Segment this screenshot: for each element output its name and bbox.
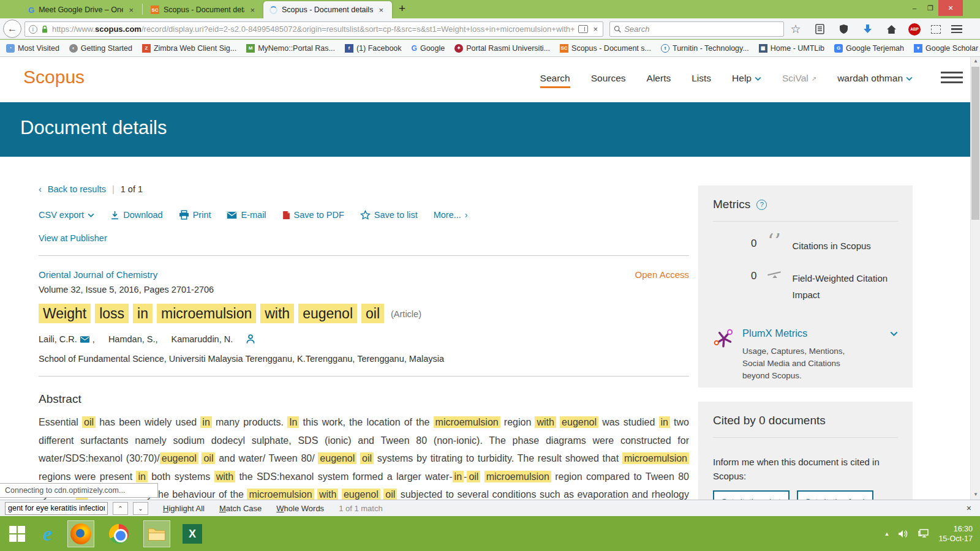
most-visited-icon: ◔ — [6, 44, 15, 53]
tray-hidden-icons-arrow[interactable]: ▲ — [884, 531, 889, 537]
taskbar-file-explorer[interactable] — [143, 520, 170, 547]
scroll-up-arrow[interactable]: ▲ — [971, 58, 980, 64]
help-icon[interactable]: ? — [756, 200, 767, 210]
plumx-section[interactable]: PlumX Metrics Usage, Captures, Mentions,… — [713, 328, 898, 382]
set-citation-feed-button[interactable]: Set citation feed — [797, 490, 873, 500]
scroll-down-arrow[interactable]: ▼ — [971, 492, 980, 497]
url-text: https://www.scopus.com/record/display.ur… — [52, 24, 575, 34]
author-link[interactable]: Hamdan, S., — [108, 334, 158, 344]
search-box[interactable] — [609, 21, 784, 37]
more-button[interactable]: More...› — [434, 210, 468, 220]
restore-button[interactable]: ❐ — [922, 0, 938, 16]
bookmark-most-visited[interactable]: ◔Most Visited — [6, 44, 59, 53]
url-bar[interactable]: i https://www.scopus.com/record/display.… — [24, 21, 603, 37]
browser-menu-icon[interactable] — [951, 25, 962, 34]
tab-scopus-active[interactable]: Scopus - Document details × — [263, 1, 392, 18]
nav-scival[interactable]: SciVal↗ — [782, 73, 816, 84]
find-close-icon[interactable]: × — [967, 503, 975, 513]
taskbar-firefox[interactable] — [67, 520, 94, 547]
nav-search[interactable]: Search — [540, 73, 570, 88]
scopus-logo[interactable]: Scopus — [23, 67, 85, 88]
tab-google-drive[interactable]: G Meet Google Drive – One pla × — [22, 1, 140, 18]
bookmark-google-terjemah[interactable]: GGoogle Terjemah — [834, 44, 904, 53]
back-button[interactable]: ← — [3, 20, 21, 38]
bookmark-zimbra[interactable]: ZZimbra Web Client Sig... — [142, 44, 236, 53]
tab-scopus-1[interactable]: SC Scopus - Document details × — [145, 1, 261, 18]
match-case-toggle[interactable]: Match Case — [219, 504, 262, 513]
scopus-favicon: SC — [151, 6, 159, 14]
zimbra-icon: Z — [142, 44, 151, 53]
bookmark-facebook[interactable]: f(1) Facebook — [345, 44, 402, 53]
nav-sources[interactable]: Sources — [591, 73, 626, 84]
author-search-icon[interactable] — [246, 334, 255, 344]
document-title: Weightlossinmicroemulsionwitheugenoloil … — [39, 305, 689, 322]
csv-export-button[interactable]: CSV export — [39, 210, 94, 220]
taskbar-excel[interactable]: X — [179, 520, 206, 547]
plumx-description: Usage, Captures, Mentions, Social Media … — [742, 345, 865, 382]
save-to-list-button[interactable]: Save to list — [360, 210, 418, 220]
scrollbar-thumb[interactable] — [971, 67, 979, 220]
journal-link[interactable]: Oriental Journal of Chemistry — [39, 269, 157, 280]
search-input[interactable] — [624, 24, 780, 34]
author-link[interactable]: Kamaruddin, N. — [171, 334, 233, 344]
volume-icon[interactable] — [898, 529, 909, 539]
back-to-results-link[interactable]: Back to results — [48, 184, 106, 194]
bookmark-google-scholar[interactable]: ▾Google Scholar — [914, 44, 978, 53]
bookmark-getting-started[interactable]: ◐Getting Started — [69, 44, 132, 53]
plumx-title[interactable]: PlumX Metrics — [742, 328, 807, 339]
downloads-icon[interactable] — [861, 23, 874, 36]
print-button[interactable]: Print — [179, 210, 211, 220]
author-link[interactable]: Laili, C.R. — [39, 334, 77, 344]
clock[interactable]: 16:30 15-Oct-17 — [938, 524, 973, 544]
view-at-publisher-link[interactable]: View at Publisher — [39, 233, 107, 243]
whole-words-toggle[interactable]: Whole Words — [276, 504, 324, 513]
stop-load-icon[interactable]: × — [592, 24, 599, 34]
reader-mode-icon[interactable] — [578, 25, 588, 33]
taskbar-internet-explorer[interactable]: e — [34, 520, 61, 547]
bookmark-star-icon[interactable]: ☆ — [789, 23, 802, 36]
tab-close-icon[interactable]: × — [249, 6, 256, 15]
screenshot-tool-icon[interactable] — [931, 25, 941, 34]
highlight-all-toggle[interactable]: Highlight All — [163, 504, 205, 513]
inform-text: Inform me when this document is cited in… — [713, 455, 903, 483]
page-info-icon[interactable]: i — [29, 25, 37, 34]
email-button[interactable]: E-mail — [227, 210, 266, 220]
bookmark-portal-rasmi[interactable]: ✦Portal Rasmi Universiti... — [454, 44, 550, 53]
find-previous-button[interactable]: ⌃ — [113, 502, 128, 515]
result-position: 1 of 1 — [121, 184, 143, 194]
shield-icon[interactable] — [837, 23, 850, 36]
nav-help[interactable]: Help — [732, 73, 761, 84]
nav-user-menu[interactable]: wardah othman — [837, 73, 913, 84]
bookmark-umtlib[interactable]: ▦Home - UMTLib — [759, 44, 824, 53]
tab-close-icon[interactable]: × — [377, 6, 385, 15]
home-icon[interactable] — [884, 23, 898, 36]
article-type: (Article) — [391, 309, 421, 319]
page-banner: Document details — [0, 102, 980, 157]
find-next-button[interactable]: ⌄ — [133, 502, 148, 515]
adblock-plus-icon[interactable]: ABP — [908, 23, 921, 36]
bookmark-mynemo[interactable]: MMyNemo::Portal Ras... — [246, 44, 335, 53]
find-input[interactable] — [5, 502, 108, 515]
close-button[interactable]: ✕ — [938, 0, 963, 16]
vertical-scrollbar[interactable]: ▲ ▼ — [970, 57, 980, 500]
save-to-pdf-button[interactable]: Save to PDF — [282, 210, 344, 220]
tab-close-icon[interactable]: × — [127, 6, 135, 15]
new-tab-button[interactable]: + — [395, 2, 409, 15]
nav-alerts[interactable]: Alerts — [647, 73, 671, 84]
email-author-icon[interactable] — [80, 336, 89, 343]
network-icon[interactable] — [918, 529, 930, 539]
bookmark-scopus[interactable]: SCScopus - Document s... — [560, 44, 651, 53]
download-button[interactable]: Download — [110, 210, 163, 220]
taskbar-chrome[interactable] — [105, 520, 132, 547]
bookmark-turnitin[interactable]: tTurnitin - Technology... — [661, 44, 749, 53]
start-button[interactable] — [4, 520, 31, 547]
cited-by-panel: Cited by 0 documents Inform me when this… — [698, 402, 913, 500]
metric-label: Citations in Scopus — [792, 238, 870, 254]
set-citation-alert-button[interactable]: Set citation alert — [713, 490, 790, 500]
bookmarks-menu-icon[interactable] — [813, 23, 826, 36]
nav-lists[interactable]: Lists — [692, 73, 711, 84]
bookmark-google[interactable]: GGoogle — [412, 44, 445, 53]
scopus-menu-icon[interactable] — [941, 72, 963, 83]
chevron-down-icon[interactable] — [890, 331, 898, 336]
minimize-button[interactable]: – — [907, 0, 922, 16]
